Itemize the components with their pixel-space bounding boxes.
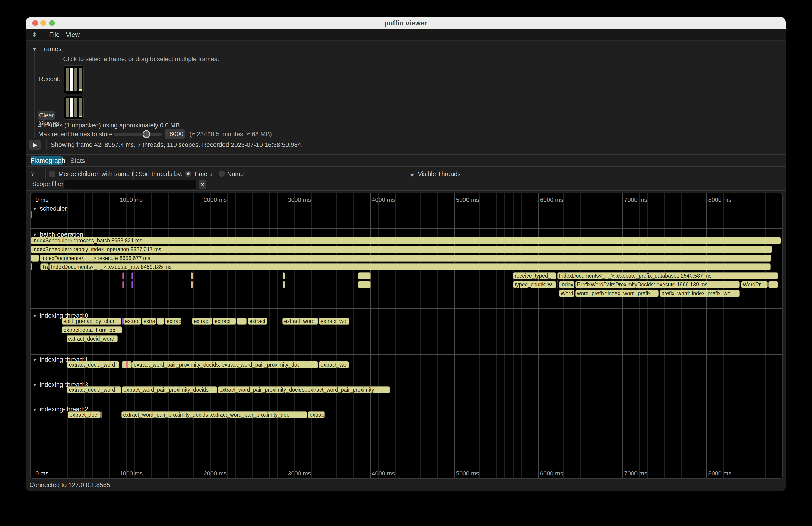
gridline xyxy=(328,193,328,478)
scope-bar[interactable] xyxy=(122,272,124,279)
scope-bar[interactable] xyxy=(122,361,132,368)
scope-bar[interactable]: extract_docid_word xyxy=(67,335,118,342)
sort-name-radio[interactable] xyxy=(219,171,225,177)
scope-bar[interactable]: extract_doc xyxy=(68,411,101,418)
scope-bar[interactable] xyxy=(31,211,32,218)
scope-bar[interactable] xyxy=(557,281,559,288)
scope-bar[interactable]: extra xyxy=(142,318,156,325)
options-divider xyxy=(133,169,134,179)
max-frames-label: Max recent frames to store: xyxy=(38,131,115,138)
scope-bar[interactable] xyxy=(122,281,124,288)
scope-bar[interactable]: extract::data_from_ob xyxy=(62,326,122,334)
scope-bar[interactable]: IndexScheduler>::process_batch 8953.821 … xyxy=(31,237,781,244)
scope-bar[interactable]: word_prefix::index_word_prefix_ xyxy=(576,290,658,297)
tab-stats[interactable]: Stats xyxy=(70,157,85,164)
scope-bar[interactable]: typed_chunk::w xyxy=(513,281,556,288)
scope-bar[interactable]: IndexDocuments<_, _>::execute_prefix_dat… xyxy=(557,272,778,279)
clear-filter-button[interactable]: x xyxy=(199,180,206,189)
scope-bar[interactable]: receive_typed_ xyxy=(513,272,556,279)
scope-bar[interactable] xyxy=(131,272,133,279)
scope-bar[interactable]: IndexDocuments<_, _>::execute 8656.677 m… xyxy=(40,255,771,262)
thread-header-scheduler[interactable]: ▼scheduler xyxy=(32,205,67,212)
axis-tick-label: 6000 ms xyxy=(540,470,563,477)
menu-view[interactable]: View xyxy=(66,29,80,40)
scope-bar[interactable]: extract_ xyxy=(213,318,236,325)
scope-bar[interactable]: extract_word_pair_proximity_docids::extr… xyxy=(218,386,390,393)
scope-bar[interactable]: IndexDocuments<_, _>::execute_raw 8459.1… xyxy=(49,263,770,271)
axis-tick-label: 2000 ms xyxy=(204,196,227,203)
flamegraph-panel[interactable]: 0 ms0 ms1000 ms1000 ms2000 ms2000 ms3000… xyxy=(30,193,783,479)
visible-threads-toggle[interactable]: ▶ Visible Threads xyxy=(411,171,461,178)
max-frames-value[interactable]: 18000 xyxy=(164,129,185,138)
scope-bar[interactable]: IndexScheduler>::apply_index_operation 8… xyxy=(31,246,772,253)
collapse-triangle-icon: ▼ xyxy=(32,407,37,412)
scope-bar[interactable]: extract xyxy=(123,318,141,325)
scope-bar[interactable] xyxy=(358,281,371,288)
scope-bar[interactable]: index xyxy=(559,281,575,288)
merge-children-checkbox[interactable] xyxy=(49,171,55,177)
gridline xyxy=(210,193,211,478)
frames-hint: Click to select a frame, or drag to sele… xyxy=(63,56,219,63)
scope-bar[interactable] xyxy=(768,281,778,288)
frame-thumbnail-bar xyxy=(66,98,69,117)
scope-bar[interactable]: extract_docid_word xyxy=(67,361,119,368)
scope-bar[interactable]: extract_wo xyxy=(319,318,349,325)
scope-bar[interactable]: extract_ xyxy=(192,318,212,325)
scope-bar[interactable]: extract_word_pair_proximity_docids::extr… xyxy=(121,411,307,418)
scope-bar[interactable]: extract xyxy=(248,318,267,325)
scope-bar[interactable] xyxy=(283,272,285,279)
gridline xyxy=(639,193,640,478)
scope-filter-input[interactable] xyxy=(64,180,196,189)
gridline xyxy=(648,193,648,478)
slowest-frame-thumbnail[interactable] xyxy=(64,96,84,120)
tab-flamegraph[interactable]: Flamegraph xyxy=(31,156,62,165)
gridline xyxy=(572,193,572,478)
scope-bar[interactable]: extract_word_pair_proximity_docids::extr… xyxy=(132,361,318,368)
menu-file[interactable]: File xyxy=(49,29,60,40)
scope-bar[interactable]: prefix_word::index_prefix_wo xyxy=(660,290,740,297)
scope-bar[interactable]: extract_wo xyxy=(319,361,349,368)
recent-frame-thumbnail[interactable] xyxy=(64,65,84,94)
gridline xyxy=(311,193,312,478)
scope-bar[interactable]: extrac xyxy=(308,411,325,418)
gridline xyxy=(715,193,715,478)
scope-bar[interactable] xyxy=(358,272,371,279)
max-frames-slider[interactable] xyxy=(114,133,161,136)
scope-bar[interactable]: extract_docid_word xyxy=(67,386,121,393)
axis-tick-label: 0 ms xyxy=(35,196,48,203)
collapse-triangle-icon: ▼ xyxy=(32,206,37,211)
scope-bar[interactable] xyxy=(31,263,32,271)
section-separator xyxy=(31,228,782,229)
gridline xyxy=(505,193,505,478)
scope-bar[interactable] xyxy=(101,411,102,418)
separator xyxy=(26,190,786,191)
theme-toggle-icon[interactable]: ✳ xyxy=(32,29,37,40)
sort-time-radio[interactable] xyxy=(185,171,191,177)
scope-bar[interactable]: split_grenad_by_chun xyxy=(62,318,121,325)
scope-bar[interactable] xyxy=(236,318,247,325)
play-button[interactable]: ▶ xyxy=(29,140,41,150)
scope-bar[interactable]: extrac xyxy=(165,318,182,325)
scope-bar[interactable]: extract_word xyxy=(282,318,318,325)
gridline xyxy=(563,193,564,478)
gridline xyxy=(126,193,127,478)
scope-bar[interactable]: Word xyxy=(559,290,575,297)
scope-bar[interactable]: PrefixWordPairsProximityDocids::execute … xyxy=(576,281,740,288)
scope-bar[interactable]: extract_word_pair_proximity_docids xyxy=(122,386,217,393)
gridline xyxy=(219,193,219,478)
scope-bar[interactable]: WordPr xyxy=(741,281,768,288)
frames-section-header[interactable]: ▼ Frames xyxy=(32,45,61,53)
scope-bar[interactable] xyxy=(131,281,133,288)
sort-direction-arrow-icon[interactable]: ↓ xyxy=(210,171,213,178)
max-frames-slider-knob[interactable] xyxy=(143,130,150,138)
scope-bar[interactable] xyxy=(191,272,193,279)
gridline xyxy=(412,193,412,478)
gridline xyxy=(740,193,740,478)
scope-bar[interactable] xyxy=(283,281,285,288)
scope-bar[interactable] xyxy=(157,318,164,325)
scope-bar[interactable] xyxy=(31,255,39,262)
help-button[interactable]: ? xyxy=(31,171,34,178)
scope-bar[interactable] xyxy=(191,281,193,288)
scope-bar[interactable]: Trans xyxy=(40,263,49,271)
clear-button[interactable]: Clear xyxy=(38,111,55,120)
